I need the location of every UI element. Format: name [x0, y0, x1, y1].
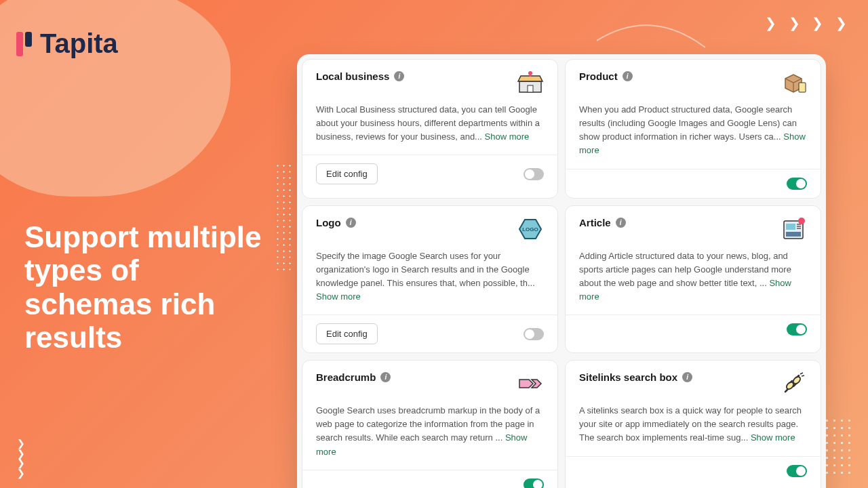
- toggle-local-business[interactable]: [524, 168, 544, 180]
- svg-rect-4: [799, 83, 806, 92]
- info-icon[interactable]: i: [623, 71, 633, 81]
- breadcrumb-icon: [517, 371, 544, 396]
- card-desc: When you add Product structured data, Go…: [579, 104, 797, 142]
- card-logo: Logoi LOGO Specify the image Google Sear…: [302, 205, 558, 354]
- article-icon: [780, 217, 807, 241]
- svg-point-12: [798, 218, 805, 224]
- info-icon[interactable]: i: [394, 71, 404, 81]
- card-article: Articlei Adding Article structured data …: [565, 205, 821, 354]
- card-desc: Specify the image Google Search uses for…: [316, 251, 535, 288]
- toggle-breadcrumb[interactable]: [524, 479, 544, 488]
- info-icon[interactable]: i: [380, 372, 391, 382]
- info-icon[interactable]: i: [346, 218, 356, 228]
- local-business-icon: [517, 70, 544, 95]
- svg-rect-11: [786, 232, 801, 237]
- toggle-logo[interactable]: [524, 328, 544, 340]
- toggle-article[interactable]: [787, 323, 807, 336]
- bg-dots-left: [275, 163, 292, 271]
- card-desc: Adding Article structured data to your n…: [579, 251, 791, 288]
- brand-logo: Tapita: [16, 28, 118, 59]
- show-more-link[interactable]: Show more: [751, 432, 795, 443]
- svg-rect-1: [528, 85, 533, 92]
- logo-text: Tapita: [40, 28, 118, 59]
- svg-line-15: [800, 373, 803, 374]
- card-title: Local business: [316, 70, 389, 82]
- product-icon: [780, 70, 807, 95]
- card-breadcrumb: Breadcrumbi Google Search uses breadcrum…: [302, 360, 558, 488]
- card-product: Producti When you add Product structured…: [565, 59, 821, 199]
- logo-hex-icon: LOGO: [517, 217, 544, 241]
- svg-text:LOGO: LOGO: [522, 226, 538, 232]
- svg-line-16: [802, 375, 804, 376]
- card-sitelinks-search: Sitelinks search boxi A sitelinks search…: [565, 360, 821, 488]
- card-local-business: Local businessi With Local Business stru…: [302, 59, 558, 199]
- info-icon[interactable]: i: [682, 372, 692, 382]
- toggle-sitelinks[interactable]: [787, 465, 807, 477]
- card-title: Article: [579, 217, 611, 228]
- show-more-link[interactable]: Show more: [316, 291, 361, 302]
- sitelinks-icon: [780, 371, 807, 396]
- logo-mark: [16, 32, 32, 56]
- edit-config-button[interactable]: Edit config: [316, 323, 378, 344]
- svg-rect-3: [530, 73, 531, 77]
- headline: Support multiple types of schemas rich r…: [24, 220, 269, 354]
- card-title: Product: [579, 70, 618, 82]
- arrows-top-right: ❯ ❯ ❯ ❯: [765, 15, 851, 31]
- toggle-product[interactable]: [787, 178, 807, 190]
- info-icon[interactable]: i: [616, 218, 626, 228]
- show-more-link[interactable]: Show more: [485, 131, 530, 142]
- edit-config-button[interactable]: Edit config: [316, 163, 378, 184]
- schema-panel: Local businessi With Local Business stru…: [297, 54, 826, 488]
- card-title: Logo: [316, 217, 341, 228]
- card-title: Sitelinks search box: [579, 371, 677, 383]
- card-title: Breadcrumb: [316, 371, 376, 383]
- svg-rect-7: [786, 224, 795, 230]
- arrows-bottom-left: ❯❯❯❯: [17, 438, 25, 478]
